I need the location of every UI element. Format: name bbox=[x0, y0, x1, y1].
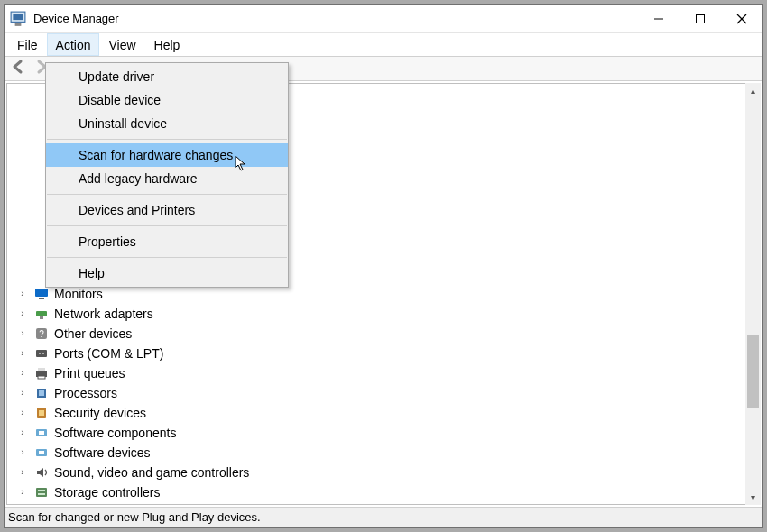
svg-rect-29 bbox=[38, 493, 45, 495]
chevron-right-icon[interactable]: › bbox=[16, 288, 29, 300]
svg-rect-1 bbox=[13, 14, 23, 20]
tree-label: Other devices bbox=[54, 326, 132, 341]
chevron-right-icon[interactable]: › bbox=[16, 307, 29, 320]
minimize-icon bbox=[653, 14, 664, 24]
tree-label: Ports (COM & LPT) bbox=[54, 346, 163, 361]
tree-label: Network adapters bbox=[54, 307, 153, 321]
chevron-right-icon[interactable]: › bbox=[16, 347, 29, 360]
action-menu-dropdown: Update driver Disable device Uninstall d… bbox=[45, 62, 289, 288]
tree-row-swcomponents[interactable]: › Software components bbox=[7, 423, 760, 443]
maximize-button[interactable] bbox=[679, 5, 721, 33]
svg-rect-9 bbox=[36, 311, 47, 316]
svg-rect-4 bbox=[697, 14, 705, 23]
svg-text:?: ? bbox=[39, 329, 44, 339]
statusbar: Scan for changed or new Plug and Play de… bbox=[5, 507, 762, 527]
unknown-device-icon: ? bbox=[34, 326, 49, 341]
cpu-icon bbox=[34, 386, 49, 400]
svg-rect-27 bbox=[36, 488, 47, 497]
svg-rect-8 bbox=[39, 298, 44, 299]
chevron-right-icon[interactable]: › bbox=[16, 407, 29, 419]
scroll-up-icon[interactable]: ▴ bbox=[745, 83, 761, 98]
menu-uninstall-device[interactable]: Uninstall device bbox=[46, 112, 288, 135]
close-icon bbox=[736, 14, 747, 24]
svg-rect-13 bbox=[36, 350, 47, 357]
tree-label: Storage controllers bbox=[54, 485, 161, 500]
menu-separator bbox=[47, 257, 287, 258]
vertical-scrollbar[interactable]: ▴ ▾ bbox=[745, 83, 761, 505]
monitor-icon bbox=[34, 287, 49, 301]
menu-help[interactable]: Help bbox=[145, 33, 189, 56]
chevron-right-icon[interactable]: › bbox=[16, 486, 29, 499]
device-manager-app-icon bbox=[10, 11, 26, 27]
menu-action[interactable]: Action bbox=[47, 33, 100, 56]
chevron-right-icon[interactable]: › bbox=[16, 327, 29, 340]
svg-point-14 bbox=[39, 353, 41, 354]
tree-row-processors[interactable]: › Processors bbox=[7, 383, 760, 403]
chevron-right-icon[interactable]: › bbox=[16, 446, 29, 459]
svg-rect-2 bbox=[15, 23, 22, 25]
tree-row-network[interactable]: › Network adapters bbox=[7, 304, 760, 324]
storage-icon bbox=[34, 485, 49, 500]
chevron-right-icon[interactable]: › bbox=[16, 387, 29, 399]
maximize-icon bbox=[695, 14, 706, 24]
printer-icon bbox=[34, 366, 49, 381]
menu-add-legacy-hardware[interactable]: Add legacy hardware bbox=[46, 167, 288, 190]
chevron-right-icon[interactable]: › bbox=[16, 367, 29, 380]
chevron-right-icon[interactable]: › bbox=[16, 466, 29, 479]
svg-point-15 bbox=[42, 353, 44, 354]
tree-row-storage[interactable]: › Storage controllers bbox=[7, 482, 760, 502]
titlebar: Device Manager bbox=[5, 5, 762, 33]
menu-separator bbox=[47, 225, 287, 226]
tree-row-other[interactable]: › ? Other devices bbox=[7, 324, 760, 344]
tree-label: Processors bbox=[54, 386, 117, 400]
chevron-right-icon[interactable]: › bbox=[16, 427, 29, 439]
svg-rect-10 bbox=[40, 316, 43, 319]
menu-update-driver[interactable]: Update driver bbox=[46, 65, 288, 88]
svg-rect-20 bbox=[39, 390, 44, 396]
tree-label: Sound, video and game controllers bbox=[54, 465, 249, 480]
menu-disable-device[interactable]: Disable device bbox=[46, 88, 288, 112]
window-title: Device Manager bbox=[33, 12, 638, 25]
network-icon bbox=[34, 307, 49, 321]
svg-rect-24 bbox=[39, 431, 44, 435]
menu-devices-printers[interactable]: Devices and Printers bbox=[46, 198, 288, 222]
svg-rect-22 bbox=[39, 410, 44, 416]
menu-help[interactable]: Help bbox=[46, 261, 288, 285]
tree-row-ports[interactable]: › Ports (COM & LPT) bbox=[7, 344, 760, 363]
svg-rect-17 bbox=[38, 368, 45, 371]
statusbar-text: Scan for changed or new Plug and Play de… bbox=[8, 510, 261, 524]
security-device-icon bbox=[34, 406, 49, 420]
menu-view[interactable]: View bbox=[99, 33, 144, 56]
menu-scan-hardware-changes[interactable]: Scan for hardware changes bbox=[46, 143, 288, 167]
svg-rect-7 bbox=[35, 289, 48, 297]
minimize-button[interactable] bbox=[638, 5, 679, 33]
back-icon[interactable] bbox=[10, 59, 26, 78]
scroll-down-icon[interactable]: ▾ bbox=[745, 490, 761, 505]
menu-file[interactable]: File bbox=[8, 33, 47, 56]
menubar: File Action View Help bbox=[5, 33, 762, 57]
tree-row-swdevices[interactable]: › Software devices bbox=[7, 443, 760, 463]
sound-icon bbox=[34, 465, 49, 480]
tree-label: Print queues bbox=[54, 366, 125, 381]
svg-rect-18 bbox=[38, 376, 45, 379]
tree-label: Software devices bbox=[54, 445, 151, 460]
software-device-icon bbox=[34, 445, 49, 460]
menu-separator bbox=[47, 194, 287, 195]
menu-properties[interactable]: Properties bbox=[46, 230, 288, 253]
tree-label: Software components bbox=[54, 426, 176, 440]
svg-rect-28 bbox=[38, 490, 45, 491]
svg-rect-26 bbox=[39, 451, 44, 454]
menu-separator bbox=[47, 139, 287, 140]
tree-row-security[interactable]: › Security devices bbox=[7, 403, 760, 423]
tree-row-printqueues[interactable]: › Print queues bbox=[7, 363, 760, 383]
scroll-thumb[interactable] bbox=[747, 335, 759, 408]
port-icon bbox=[34, 346, 49, 361]
close-button[interactable] bbox=[721, 5, 762, 33]
software-component-icon bbox=[34, 426, 49, 440]
tree-label: Security devices bbox=[54, 406, 146, 420]
tree-row-sound[interactable]: › Sound, video and game controllers bbox=[7, 463, 760, 482]
tree-label: Monitors bbox=[54, 287, 103, 301]
